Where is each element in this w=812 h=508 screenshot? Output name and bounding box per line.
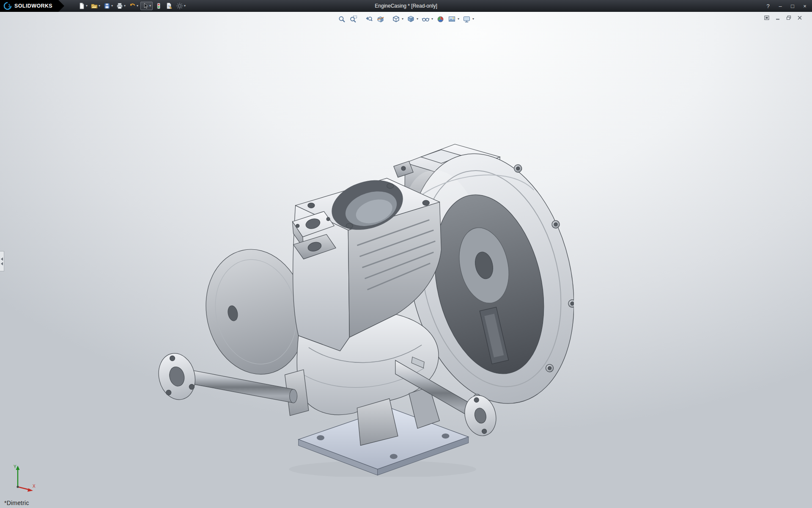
dropdown-arrow-icon[interactable]: ▾ (149, 4, 151, 8)
dropdown-arrow-icon[interactable]: ▾ (417, 17, 418, 21)
solidworks-logo: SOLIDWORKS (0, 0, 64, 12)
print-icon (116, 2, 123, 10)
restore-icon (786, 15, 792, 20)
zoom-to-fit-button[interactable] (337, 14, 347, 24)
dassault-3ds-logo-icon (3, 2, 12, 10)
quick-access-toolbar: ▾ ▾ ▾ ▾ ▾ (77, 1, 187, 11)
file-properties-icon (165, 2, 173, 10)
fullscreen-icon (764, 15, 770, 20)
hide-show-items-button[interactable] (421, 14, 431, 24)
undo-button[interactable]: ▾ (128, 1, 139, 11)
dropdown-arrow-icon[interactable]: ▾ (458, 17, 459, 21)
close-button[interactable]: × (802, 3, 808, 9)
collapse-arrow-icon (1, 262, 3, 265)
rebuild-icon (155, 2, 162, 10)
print-button[interactable]: ▾ (115, 1, 126, 11)
save-icon (103, 2, 111, 10)
hide-show-glasses-icon (422, 15, 430, 23)
open-file-button[interactable]: ▾ (90, 1, 101, 11)
view-orientation-label: *Dimetric (4, 500, 29, 506)
view-orientation-cube-icon (392, 15, 400, 23)
open-file-icon (91, 2, 98, 10)
maximize-button[interactable]: □ (790, 3, 796, 9)
doc-close-button[interactable] (796, 14, 804, 21)
title-bar: SOLIDWORKS ▾ ▾ ▾ (0, 0, 812, 12)
previous-view-icon (365, 15, 373, 23)
minimize-icon (775, 15, 781, 20)
section-view-button[interactable] (376, 14, 385, 24)
zoom-to-area-button[interactable] (348, 14, 358, 24)
orientation-triad: Y X (9, 463, 36, 494)
headsup-view-toolbar: ▾ ▾ ▾ (337, 14, 475, 24)
document-window-controls (763, 14, 804, 21)
edit-appearance-button[interactable] (436, 14, 445, 24)
view-settings-button[interactable] (462, 14, 472, 24)
options-button[interactable]: ▾ (175, 1, 187, 11)
dropdown-arrow-icon[interactable]: ▾ (472, 17, 474, 21)
window-controls: ? – □ × (765, 0, 808, 12)
dropdown-arrow-icon[interactable]: ▾ (111, 4, 113, 8)
document-title: EngineCasing * [Read-only] (375, 3, 437, 9)
new-file-icon (78, 2, 85, 10)
rebuild-button[interactable] (154, 1, 163, 11)
zoom-to-fit-icon (338, 15, 346, 23)
edit-appearance-ball-icon (436, 15, 444, 23)
doc-restore-button[interactable] (785, 14, 793, 21)
collapse-arrow-icon (1, 257, 3, 261)
minimize-button[interactable]: – (777, 3, 783, 9)
dropdown-arrow-icon[interactable]: ▾ (124, 4, 126, 8)
select-arrow-button[interactable]: ▾ (140, 2, 153, 10)
model-container (157, 138, 574, 477)
display-style-icon (407, 15, 415, 23)
view-orientation-button[interactable] (391, 14, 401, 24)
select-arrow-icon (142, 3, 149, 9)
featuremanager-collapse-handle[interactable] (0, 251, 4, 271)
undo-icon (129, 2, 136, 10)
save-button[interactable]: ▾ (102, 1, 114, 11)
solidworks-window: { "title_bar": { "brand": "SOLIDWORKS", … (0, 0, 812, 508)
dropdown-arrow-icon[interactable]: ▾ (86, 4, 88, 8)
help-button[interactable]: ? (765, 3, 771, 9)
dropdown-arrow-icon[interactable]: ▾ (402, 17, 403, 21)
brand-name: SOLIDWORKS (14, 3, 52, 9)
triad-y-label: Y (14, 464, 16, 469)
dropdown-arrow-icon[interactable]: ▾ (184, 4, 186, 8)
close-icon (797, 15, 803, 20)
options-gear-icon (176, 2, 184, 10)
dropdown-arrow-icon[interactable]: ▾ (431, 17, 433, 21)
graphics-area[interactable]: ▾ ▾ ▾ (0, 12, 812, 508)
doc-minimize-button[interactable] (774, 14, 782, 21)
dropdown-arrow-icon[interactable]: ▾ (137, 4, 138, 8)
dropdown-arrow-icon[interactable]: ▾ (99, 4, 100, 8)
doc-fullscreen-button[interactable] (763, 14, 771, 21)
view-settings-icon (463, 15, 471, 23)
3d-model-engine-casing[interactable] (157, 138, 574, 477)
file-properties-button[interactable] (165, 1, 174, 11)
new-file-button[interactable]: ▾ (77, 1, 88, 11)
apply-scene-icon (448, 15, 456, 23)
previous-view-button[interactable] (364, 14, 374, 24)
zoom-to-area-icon (349, 15, 357, 23)
apply-scene-button[interactable] (447, 14, 457, 24)
triad-x-label: X (33, 484, 36, 489)
display-style-button[interactable] (406, 14, 416, 24)
section-view-icon (376, 15, 384, 23)
